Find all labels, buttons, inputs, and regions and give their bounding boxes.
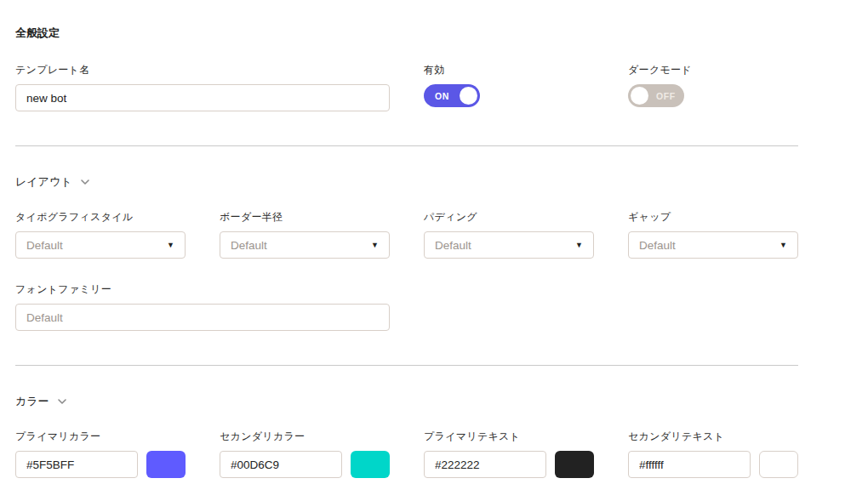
template-name-input[interactable] [15,84,390,111]
dropdown-arrow-icon: ▼ [779,242,787,249]
gap-select[interactable]: Default ▼ [628,231,798,259]
primary-text-swatch[interactable] [555,451,594,478]
chevron-down-icon [79,176,91,188]
select-value: Default [231,239,267,252]
primary-text-label: プライマリテキスト [424,430,594,444]
font-family-field: フォントファミリー [15,282,390,331]
select-value: Default [435,239,471,252]
primary-color-swatch[interactable] [146,451,186,478]
border-radius-label: ボーダー半径 [220,210,390,225]
secondary-color-field: セカンダリカラー [220,430,390,478]
general-settings-title: 全般設定 [15,26,868,41]
border-radius-select[interactable]: Default ▼ [220,231,390,259]
dark-mode-label: ダークモード [628,63,798,77]
secondary-color-swatch[interactable] [351,451,390,478]
layout-section-title: レイアウト [15,174,72,190]
secondary-text-field: セカンダリテキスト [628,430,798,478]
chevron-down-icon [56,396,68,407]
secondary-text-label: セカンダリテキスト [628,430,798,444]
typography-style-select[interactable]: Default ▼ [15,231,186,259]
select-value: Default [26,239,63,252]
primary-text-input[interactable] [424,451,546,478]
typography-style-field: タイポグラフィスタイル Default ▼ [15,210,186,259]
settings-page: 全般設定 テンプレート名 有効 ON ダークモード OFF レイアウト [0,0,868,478]
section-divider [15,365,798,366]
primary-color-field: プライマリカラー [15,430,186,478]
primary-color-input[interactable] [15,451,138,478]
layout-section-header[interactable]: レイアウト [15,174,91,190]
border-radius-field: ボーダー半径 Default ▼ [220,210,390,259]
dropdown-arrow-icon: ▼ [575,242,583,249]
primary-text-field: プライマリテキスト [424,430,594,478]
template-name-field: テンプレート名 [15,63,390,111]
toggle-knob [631,87,648,105]
toggle-knob [460,87,477,105]
color-fields-row: プライマリカラー セカンダリカラー プライマリテキスト セカンダリテキスト [15,430,868,478]
typography-style-label: タイポグラフィスタイル [15,210,186,225]
dropdown-arrow-icon: ▼ [371,242,379,249]
enabled-toggle[interactable]: ON [424,84,480,107]
font-family-label: フォントファミリー [15,282,390,297]
layout-selects-row: タイポグラフィスタイル Default ▼ ボーダー半径 Default ▼ パ… [15,210,868,259]
secondary-text-input[interactable] [628,451,751,478]
select-value: Default [639,239,676,252]
font-family-input[interactable] [15,304,390,331]
font-family-row: フォントファミリー [15,282,868,331]
dark-mode-toggle[interactable]: OFF [628,84,684,107]
padding-select[interactable]: Default ▼ [424,231,594,259]
color-section-header[interactable]: カラー [15,394,68,409]
dark-mode-toggle-state: OFF [656,91,676,101]
padding-field: パディング Default ▼ [424,210,594,259]
enabled-field: 有効 ON [424,63,594,111]
enabled-label: 有効 [424,63,594,77]
dropdown-arrow-icon: ▼ [167,242,174,249]
gap-label: ギャップ [628,210,798,225]
primary-color-label: プライマリカラー [15,430,186,444]
secondary-text-swatch[interactable] [759,451,798,478]
secondary-color-input[interactable] [220,451,342,478]
template-name-label: テンプレート名 [15,63,390,77]
section-divider [15,145,798,146]
dark-mode-field: ダークモード OFF [628,63,798,111]
padding-label: パディング [424,210,594,225]
enabled-toggle-state: ON [435,91,449,101]
secondary-color-label: セカンダリカラー [220,430,390,444]
color-section-title: カラー [15,394,49,409]
general-settings-row: テンプレート名 有効 ON ダークモード OFF [15,63,868,111]
gap-field: ギャップ Default ▼ [628,210,798,259]
